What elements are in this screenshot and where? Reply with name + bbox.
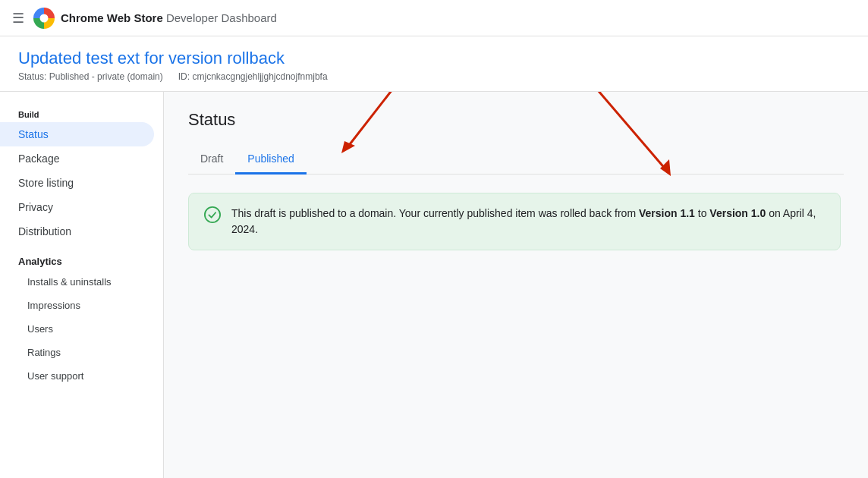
analytics-label: Analytics bbox=[0, 244, 163, 270]
page-title: Updated test ext for version rollback bbox=[18, 49, 850, 68]
topbar-title-rest: Developer Dashboard bbox=[163, 11, 277, 24]
svg-point-4 bbox=[205, 207, 220, 222]
status-box: This draft is published to a domain. You… bbox=[188, 193, 841, 250]
logo: Chrome Web Store Developer Dashboard bbox=[33, 8, 277, 29]
sidebar-item-ratings[interactable]: Ratings bbox=[0, 341, 163, 364]
from-version: Version 1.1 bbox=[639, 207, 695, 219]
sidebar-item-privacy[interactable]: Privacy bbox=[0, 195, 154, 219]
sidebar-item-users[interactable]: Users bbox=[0, 317, 163, 341]
page-subtitle: Status: Published - private (domain) ID:… bbox=[18, 71, 850, 82]
tab-published[interactable]: Published bbox=[235, 145, 307, 175]
status-label: Status: Published - private (domain) bbox=[18, 71, 163, 82]
topbar: ☰ Chrome Web Store Developer Dashboard bbox=[0, 0, 868, 36]
sidebar-item-impressions[interactable]: Impressions bbox=[0, 294, 163, 317]
id-label: ID: cmjcnkacgngjehljjghjcdnojfnmjbfa bbox=[178, 71, 328, 82]
arrows-container: This draft is published to a domain. You… bbox=[188, 193, 844, 250]
sidebar-item-package[interactable]: Package bbox=[0, 146, 154, 171]
sidebar: Build Status Package Store listing Priva… bbox=[0, 92, 164, 478]
check-circle-icon bbox=[204, 206, 221, 223]
sidebar-item-distribution[interactable]: Distribution bbox=[0, 219, 154, 244]
tabs: Draft Published bbox=[188, 145, 844, 175]
status-message-text: This draft is published to a domain. You… bbox=[231, 206, 825, 237]
sidebar-item-store-listing[interactable]: Store listing bbox=[0, 171, 154, 195]
main-content: Status Draft Published bbox=[164, 92, 868, 478]
layout: Build Status Package Store listing Priva… bbox=[0, 92, 868, 478]
sidebar-item-status[interactable]: Status bbox=[0, 122, 154, 146]
to-version: Version 1.0 bbox=[709, 207, 766, 219]
chrome-logo-icon bbox=[33, 8, 55, 29]
sidebar-item-user-support[interactable]: User support bbox=[0, 364, 163, 388]
menu-icon[interactable]: ☰ bbox=[12, 10, 24, 27]
section-title: Status bbox=[188, 110, 844, 130]
build-label: Build bbox=[0, 104, 163, 122]
topbar-title-chrome: Chrome Web Store bbox=[61, 11, 163, 24]
sidebar-item-installs[interactable]: Installs & uninstalls bbox=[0, 270, 163, 294]
page-header: Updated test ext for version rollback St… bbox=[0, 36, 868, 92]
tab-draft[interactable]: Draft bbox=[188, 145, 235, 175]
